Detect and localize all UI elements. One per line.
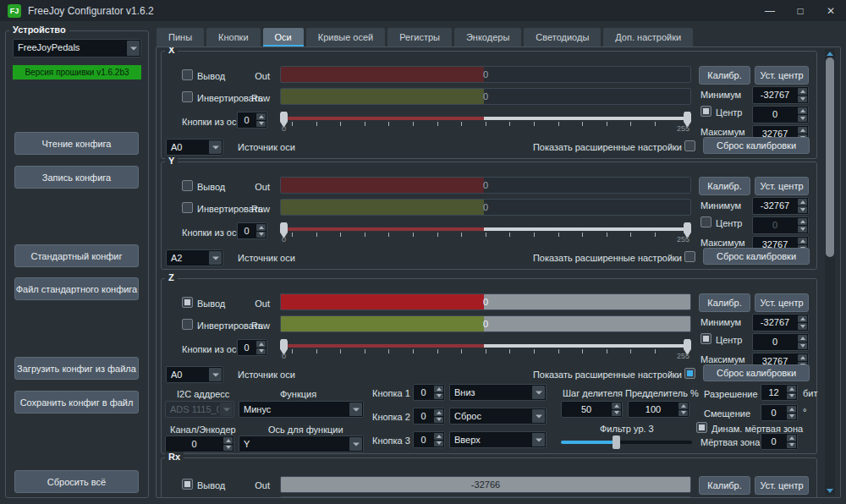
i2c-address-select[interactable]: ADS 1115_00	[165, 401, 234, 418]
x-reset-calibration-button[interactable]: Сброс калибровки	[703, 137, 810, 154]
chevron-down-icon[interactable]	[209, 251, 222, 265]
x-show-advanced-checkbox[interactable]	[684, 140, 695, 151]
spinner-arrows[interactable]	[797, 315, 808, 331]
y-center-spinner[interactable]: 0	[752, 216, 809, 234]
x-calibrate-button[interactable]: Калибр.	[699, 66, 750, 85]
z-reset-calibration-button[interactable]: Сброс калибровки	[703, 364, 810, 381]
function-axis-select[interactable]: Y	[239, 436, 364, 452]
spinner-arrows[interactable]	[797, 217, 808, 233]
standard-config-button[interactable]: Стандартный конфиг	[14, 244, 139, 267]
x-minimum-spinner[interactable]: -32767	[752, 86, 809, 104]
button2-spinner[interactable]: 0	[413, 408, 445, 425]
y-center-checkbox[interactable]	[700, 216, 711, 227]
tab-axes[interactable]: Оси	[263, 28, 304, 47]
spinner-arrows[interactable]	[786, 405, 797, 420]
read-config-button[interactable]: Чтение конфига	[14, 132, 139, 155]
divider-step-spinner[interactable]: 50	[561, 401, 623, 418]
chevron-down-icon[interactable]	[532, 409, 545, 423]
spinner-arrows[interactable]	[255, 112, 266, 128]
chevron-down-icon[interactable]	[349, 403, 362, 416]
minimize-button[interactable]: —	[755, 0, 785, 21]
resolution-spinner[interactable]: 12	[761, 384, 798, 401]
y-show-advanced-checkbox[interactable]	[684, 251, 695, 262]
button3-spinner[interactable]: 0	[413, 431, 445, 448]
device-select[interactable]: FreeJoyPedals	[13, 39, 141, 58]
tab-encoders[interactable]: Энкодеры	[454, 28, 521, 47]
chevron-down-icon[interactable]	[127, 41, 140, 56]
z-output-checkbox[interactable]	[182, 297, 193, 308]
rx-set-center-button[interactable]: Уст. центр	[755, 476, 809, 495]
y-invert-checkbox[interactable]	[182, 202, 193, 213]
x-buttons-count-spinner[interactable]: 0	[237, 112, 267, 129]
y-minimum-spinner[interactable]: -32767	[752, 197, 809, 215]
write-config-button[interactable]: Запись конфига	[14, 166, 139, 189]
chevron-down-icon[interactable]	[532, 386, 545, 399]
dynamic-deadzone-checkbox[interactable]	[696, 422, 707, 433]
vertical-scrollbar[interactable]	[825, 49, 835, 496]
z-show-advanced-checkbox[interactable]	[684, 368, 695, 379]
spinner-arrows[interactable]	[797, 198, 808, 214]
z-source-select[interactable]: A0	[166, 366, 223, 383]
x-center-checkbox[interactable]	[700, 106, 711, 117]
chevron-down-icon[interactable]	[220, 403, 233, 416]
z-invert-checkbox[interactable]	[182, 319, 193, 330]
z-calibrate-button[interactable]: Калибр.	[699, 293, 750, 312]
tab-pins[interactable]: Пины	[157, 28, 204, 47]
load-config-button[interactable]: Загрузить конфиг из файла	[14, 357, 139, 380]
spinner-arrows[interactable]	[786, 385, 797, 400]
close-button[interactable]: ✕	[816, 0, 846, 21]
offset-spinner[interactable]: 0	[761, 404, 798, 421]
tab-buttons[interactable]: Кнопки	[206, 28, 261, 47]
x-set-center-button[interactable]: Уст. центр	[755, 66, 809, 85]
spinner-arrows[interactable]	[433, 408, 444, 424]
scroll-down-icon[interactable]	[827, 489, 833, 493]
x-output-checkbox[interactable]	[182, 69, 193, 80]
spinner-arrows[interactable]	[222, 436, 233, 452]
chevron-down-icon[interactable]	[532, 433, 545, 446]
x-source-select[interactable]: A0	[166, 139, 223, 156]
button1-spinner[interactable]: 0	[413, 384, 445, 401]
button3-action-select[interactable]: Вверх	[449, 431, 547, 448]
spinner-arrows[interactable]	[255, 340, 266, 355]
z-center-spinner[interactable]: 0	[752, 333, 809, 351]
spinner-arrows[interactable]	[786, 434, 797, 449]
button2-action-select[interactable]: Сброс	[449, 408, 547, 425]
scrollbar-thumb[interactable]	[826, 58, 834, 257]
rx-output-checkbox[interactable]	[182, 479, 193, 490]
spinner-arrows[interactable]	[433, 432, 444, 447]
y-output-checkbox[interactable]	[182, 180, 193, 191]
rx-calibrate-button[interactable]: Калибр.	[699, 476, 750, 495]
spinner-arrows[interactable]	[797, 87, 808, 103]
y-reset-calibration-button[interactable]: Сброс калибровки	[703, 248, 810, 265]
spinner-arrows[interactable]	[797, 334, 808, 350]
tab-leds[interactable]: Светодиоды	[524, 28, 601, 47]
filter-slider-handle[interactable]	[613, 436, 620, 449]
y-set-center-button[interactable]: Уст. центр	[755, 177, 809, 195]
spinner-arrows[interactable]	[433, 385, 444, 400]
save-config-button[interactable]: Сохранить конфиг в файл	[14, 391, 139, 414]
standard-config-file-button[interactable]: Файл стандартного конфига	[14, 277, 139, 300]
spinner-arrows[interactable]	[678, 402, 689, 417]
tab-axis-curves[interactable]: Кривые осей	[306, 28, 385, 47]
x-invert-checkbox[interactable]	[182, 91, 193, 102]
maximize-button[interactable]: □	[785, 0, 816, 21]
y-calibrate-button[interactable]: Калибр.	[699, 177, 750, 195]
spinner-arrows[interactable]	[797, 107, 808, 123]
chevron-down-icon[interactable]	[349, 437, 362, 451]
reset-all-button[interactable]: Сбросить всё	[14, 470, 139, 493]
rx-minimum-spinner[interactable]	[752, 497, 809, 498]
z-buttons-count-spinner[interactable]: 0	[237, 339, 267, 356]
scroll-up-icon[interactable]	[827, 52, 833, 56]
function-select[interactable]: Минус	[239, 401, 364, 418]
channel-encoder-spinner[interactable]: 0	[165, 436, 234, 452]
x-center-spinner[interactable]: 0	[752, 106, 809, 123]
prescaler-spinner[interactable]: 100	[628, 401, 689, 418]
z-set-center-button[interactable]: Уст. центр	[755, 293, 809, 312]
tab-extra-settings[interactable]: Доп. настройки	[603, 28, 693, 47]
spinner-arrows[interactable]	[611, 402, 622, 417]
z-minimum-spinner[interactable]: -32767	[752, 314, 809, 331]
z-center-checkbox[interactable]	[700, 333, 711, 344]
spinner-arrows[interactable]	[255, 223, 266, 238]
deadzone-spinner[interactable]: 0	[761, 433, 798, 450]
chevron-down-icon[interactable]	[209, 140, 222, 154]
